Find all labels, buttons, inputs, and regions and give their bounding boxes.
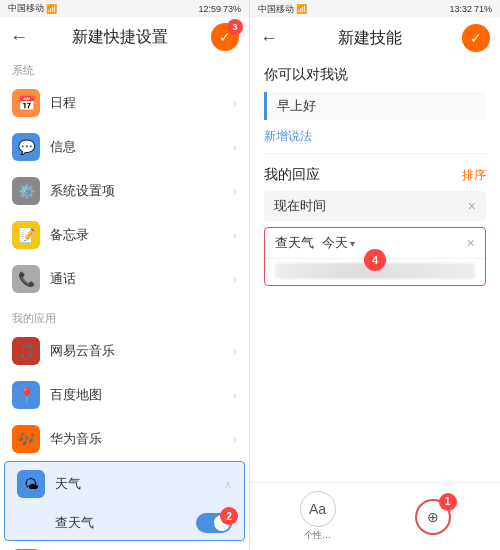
dropdown-arrow-icon[interactable]: ▾: [350, 238, 355, 249]
notes-arrow: ›: [233, 229, 237, 241]
calls-arrow: ›: [233, 273, 237, 285]
weather-icon: 🌤: [17, 470, 45, 498]
right-signal: 📶: [296, 4, 307, 14]
left-battery: 73%: [223, 4, 241, 14]
settings-label: 系统设置项: [50, 182, 233, 200]
add-badge-1: 1: [439, 493, 457, 511]
say-section-title: 你可以对我说: [250, 58, 500, 88]
response-header: 我的回应 排序: [250, 158, 500, 188]
right-back-button[interactable]: ←: [260, 28, 278, 49]
left-time: 12:59: [198, 4, 221, 14]
bottom-bar: Aa 个性… ⊕ 1: [250, 482, 500, 550]
spacer: [250, 289, 500, 482]
add-btn-wrapper: ⊕ 1: [415, 499, 451, 535]
huawei-music-label: 华为音乐: [50, 430, 233, 448]
left-carrier: 中国移动: [8, 2, 44, 15]
right-status-left: 中国移动 📶: [258, 3, 307, 16]
item-netease-music[interactable]: 🎵 网易云音乐 ›: [0, 329, 249, 373]
huawei-music-icon: 🎶: [12, 425, 40, 453]
left-back-button[interactable]: ←: [10, 27, 28, 48]
left-signal: 📶: [46, 4, 57, 14]
left-page-title: 新建快捷设置: [72, 27, 168, 48]
settings-arrow: ›: [233, 185, 237, 197]
item-didi[interactable]: 🚗 滴滴出行 ›: [0, 541, 249, 550]
right-carrier: 中国移动: [258, 3, 294, 16]
response-time-close[interactable]: ×: [468, 198, 476, 214]
calls-icon: 📞: [12, 265, 40, 293]
say-phrase-text: 早上好: [277, 98, 316, 113]
right-time: 13:32: [449, 4, 472, 14]
netease-label: 网易云音乐: [50, 342, 233, 360]
sort-button[interactable]: 排序: [462, 167, 486, 184]
response-section-title: 我的回应: [264, 166, 320, 184]
schedule-icon: 📅: [12, 89, 40, 117]
baidu-icon: 📍: [12, 381, 40, 409]
response-item-time[interactable]: 现在时间 ×: [264, 191, 486, 221]
schedule-label: 日程: [50, 94, 233, 112]
messages-label: 信息: [50, 138, 233, 156]
weather-badge: 2: [220, 507, 238, 525]
right-status-right: 13:32 71%: [449, 4, 492, 14]
settings-icon: ⚙️: [12, 177, 40, 205]
baidu-label: 百度地图: [50, 386, 233, 404]
netease-arrow: ›: [233, 345, 237, 357]
weather-group: 🌤 天气 ∧ 查天气 2: [4, 461, 245, 541]
response-time-text: 现在时间: [274, 197, 468, 215]
response-badge-4: 4: [364, 249, 386, 271]
myapps-section-label: 我的应用: [0, 305, 249, 329]
left-status-right: 12:59 73%: [198, 4, 241, 14]
personalise-icon: Aa: [300, 491, 336, 527]
right-panel: 中国移动 📶 13:32 71% ← 新建技能 ✓ 你可以对我说 早上好 新增说…: [250, 0, 500, 550]
right-top-bar: ← 新建技能 ✓: [250, 18, 500, 58]
baidu-arrow: ›: [233, 389, 237, 401]
left-panel: 中国移动 📶 12:59 73% ← 新建快捷设置 ✓ 3 系统 📅 日程 › …: [0, 0, 250, 550]
item-weather[interactable]: 🌤 天气 ∧: [5, 462, 244, 506]
right-page-title: 新建技能: [338, 28, 402, 49]
item-settings[interactable]: ⚙️ 系统设置项 ›: [0, 169, 249, 213]
response-weather-close[interactable]: ×: [467, 235, 475, 251]
response-item-weather[interactable]: 查天气 今天 ▾ × 4: [264, 227, 486, 286]
system-section-label: 系统: [0, 57, 249, 81]
huawei-music-arrow: ›: [233, 433, 237, 445]
bottom-personalise-button[interactable]: Aa 个性…: [300, 491, 336, 542]
left-status-left: 中国移动 📶: [8, 2, 57, 15]
check-weather-label: 查天气: [55, 514, 196, 532]
personalise-label: 个性…: [304, 529, 331, 542]
right-confirm-button[interactable]: ✓: [462, 24, 490, 52]
messages-arrow: ›: [233, 141, 237, 153]
notes-icon: 📝: [12, 221, 40, 249]
left-top-bar: ← 新建快捷设置 ✓ 3: [0, 17, 249, 57]
left-check-btn-wrapper: ✓ 3: [211, 23, 239, 51]
weather-label: 天气: [55, 475, 224, 493]
item-huawei-music[interactable]: 🎶 华为音乐 ›: [0, 417, 249, 461]
left-status-bar: 中国移动 📶 12:59 73%: [0, 0, 249, 17]
response-weather-text: 查天气 今天 ▾: [275, 234, 355, 252]
messages-icon: 💬: [12, 133, 40, 161]
add-phrase-button[interactable]: 新增说法: [250, 124, 500, 149]
subitem-check-weather[interactable]: 查天气 2: [5, 506, 244, 540]
item-baidu-map[interactable]: 📍 百度地图 ›: [0, 373, 249, 417]
notes-label: 备忘录: [50, 226, 233, 244]
netease-icon: 🎵: [12, 337, 40, 365]
right-battery: 71%: [474, 4, 492, 14]
item-calls[interactable]: 📞 通话 ›: [0, 257, 249, 301]
weather-arrow-up: ∧: [224, 478, 232, 491]
calls-label: 通话: [50, 270, 233, 288]
schedule-arrow: ›: [233, 97, 237, 109]
item-notes[interactable]: 📝 备忘录 ›: [0, 213, 249, 257]
say-phrase-box: 早上好: [264, 92, 486, 120]
left-confirm-badge: 3: [227, 19, 243, 35]
item-schedule[interactable]: 📅 日程 ›: [0, 81, 249, 125]
right-status-bar: 中国移动 📶 13:32 71%: [250, 0, 500, 18]
item-messages[interactable]: 💬 信息 ›: [0, 125, 249, 169]
toggle-wrapper: 2: [196, 513, 232, 533]
